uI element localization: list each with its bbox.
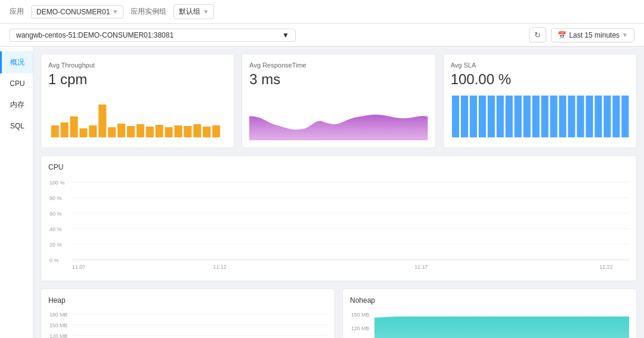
svg-rect-35 bbox=[603, 96, 611, 137]
svg-rect-36 bbox=[612, 96, 620, 137]
app-select-arrow: ▼ bbox=[112, 8, 118, 15]
instance-select[interactable]: wangwb-centos-51:DEMO-CONSUMER01:38081 ▼ bbox=[10, 29, 296, 42]
app-select-value: DEMO-CONUSMER01 bbox=[36, 8, 110, 16]
noheap-chart-title: Noheap bbox=[350, 296, 629, 305]
time-range-arrow: ▼ bbox=[622, 32, 628, 38]
noheap-chart-card: Noheap 150 MB 120 MB 90 MB 60 MB 30 MB 0… bbox=[342, 288, 637, 338]
svg-text:11:22: 11:22 bbox=[599, 264, 612, 270]
throughput-value: 1 cpm bbox=[48, 71, 227, 88]
svg-rect-26 bbox=[523, 96, 530, 137]
svg-rect-9 bbox=[137, 124, 144, 137]
instance-group-select[interactable]: 默认组 ▼ bbox=[174, 4, 214, 19]
response-time-card: Avg ResponseTime 3 ms bbox=[242, 54, 435, 148]
sla-title: Avg SLA bbox=[451, 62, 629, 69]
svg-rect-31 bbox=[568, 96, 575, 137]
instance-group-label: 应用实例组 bbox=[131, 7, 166, 17]
sla-card: Avg SLA 100.00 % bbox=[443, 54, 637, 148]
svg-rect-27 bbox=[532, 96, 539, 137]
svg-rect-5 bbox=[98, 105, 106, 137]
svg-text:80 %: 80 % bbox=[49, 195, 61, 201]
svg-rect-24 bbox=[505, 96, 512, 137]
throughput-chart bbox=[48, 93, 227, 140]
sidebar-item-memory[interactable]: 内存 bbox=[0, 94, 33, 116]
svg-text:20 %: 20 % bbox=[49, 242, 61, 248]
svg-text:120 MB: 120 MB bbox=[351, 325, 369, 331]
svg-rect-21 bbox=[478, 96, 485, 137]
time-range-label: Last 15 minutes bbox=[569, 31, 620, 39]
sidebar-overview-label: 概况 bbox=[10, 58, 24, 66]
instance-select-arrow: ▼ bbox=[282, 31, 289, 39]
svg-rect-23 bbox=[496, 96, 503, 137]
svg-rect-19 bbox=[460, 96, 467, 137]
svg-rect-6 bbox=[108, 127, 116, 137]
content-area: Avg Throughput 1 cpm bbox=[33, 47, 644, 338]
svg-rect-12 bbox=[165, 127, 172, 137]
svg-rect-8 bbox=[127, 126, 135, 137]
svg-rect-14 bbox=[184, 126, 191, 137]
svg-rect-30 bbox=[559, 96, 566, 137]
svg-rect-18 bbox=[452, 96, 459, 137]
svg-text:150 MB: 150 MB bbox=[351, 312, 369, 318]
instance-group-arrow: ▼ bbox=[203, 8, 209, 15]
svg-text:40 %: 40 % bbox=[49, 226, 61, 232]
svg-rect-10 bbox=[146, 127, 154, 137]
svg-rect-33 bbox=[586, 96, 593, 137]
svg-rect-11 bbox=[156, 125, 163, 137]
svg-rect-7 bbox=[117, 124, 125, 137]
calendar-icon: 📅 bbox=[558, 31, 566, 39]
cpu-chart-card: CPU 100 % 80 % 60 % 40 % 20 % 0 % bbox=[41, 155, 637, 281]
svg-text:150 MB: 150 MB bbox=[49, 322, 67, 328]
svg-rect-17 bbox=[212, 125, 220, 137]
instance-url: wangwb-centos-51:DEMO-CONSUMER01:38081 bbox=[16, 31, 174, 39]
sidebar-cpu-label: CPU bbox=[10, 79, 24, 88]
throughput-title: Avg Throughput bbox=[48, 62, 227, 69]
time-range-button[interactable]: 📅 Last 15 minutes ▼ bbox=[551, 28, 634, 42]
svg-text:180 MB: 180 MB bbox=[49, 312, 67, 318]
bottom-charts: Heap 180 MB 150 MB 120 MB 90 MB 60 MB 30… bbox=[41, 288, 637, 338]
svg-rect-29 bbox=[550, 96, 557, 137]
svg-rect-0 bbox=[51, 125, 59, 137]
top-bar: 应用 DEMO-CONUSMER01 ▼ 应用实例组 默认组 ▼ bbox=[0, 0, 644, 24]
svg-rect-13 bbox=[174, 125, 182, 137]
instance-group-value: 默认组 bbox=[179, 7, 200, 17]
sidebar-item-overview[interactable]: 概况 bbox=[0, 51, 33, 73]
sidebar-item-sql[interactable]: SQL bbox=[0, 116, 33, 136]
svg-rect-1 bbox=[61, 122, 69, 137]
svg-rect-28 bbox=[541, 96, 548, 137]
main-layout: 概况 CPU 内存 SQL Avg Throughput 1 cpm bbox=[0, 47, 644, 338]
svg-rect-34 bbox=[595, 96, 602, 137]
sidebar-memory-label: 内存 bbox=[10, 100, 24, 109]
heap-chart-card: Heap 180 MB 150 MB 120 MB 90 MB 60 MB 30… bbox=[41, 288, 335, 338]
cpu-chart-title: CPU bbox=[48, 163, 629, 171]
sidebar-item-cpu[interactable]: CPU bbox=[0, 73, 33, 94]
sidebar-sql-label: SQL bbox=[10, 122, 24, 130]
svg-text:11:12: 11:12 bbox=[213, 264, 226, 270]
metrics-row: Avg Throughput 1 cpm bbox=[41, 54, 637, 148]
svg-rect-3 bbox=[79, 128, 87, 137]
svg-text:0 %: 0 % bbox=[49, 257, 58, 263]
svg-rect-15 bbox=[193, 124, 201, 137]
svg-rect-4 bbox=[89, 125, 97, 137]
svg-text:11:07: 11:07 bbox=[72, 264, 85, 270]
app-label: 应用 bbox=[10, 7, 24, 17]
svg-rect-20 bbox=[469, 96, 476, 137]
sla-value: 100.00 % bbox=[451, 71, 629, 88]
svg-text:60 %: 60 % bbox=[49, 211, 61, 217]
second-bar: wangwb-centos-51:DEMO-CONSUMER01:38081 ▼… bbox=[0, 24, 644, 47]
response-time-value: 3 ms bbox=[249, 71, 428, 88]
refresh-button[interactable]: ↻ bbox=[529, 27, 546, 42]
sidebar: 概况 CPU 内存 SQL bbox=[0, 47, 33, 338]
app-select[interactable]: DEMO-CONUSMER01 ▼ bbox=[31, 5, 123, 19]
svg-rect-37 bbox=[621, 96, 628, 137]
svg-text:120 MB: 120 MB bbox=[49, 333, 67, 338]
heap-chart-title: Heap bbox=[48, 296, 327, 305]
svg-text:11:17: 11:17 bbox=[414, 264, 428, 270]
svg-rect-32 bbox=[577, 96, 584, 137]
svg-rect-25 bbox=[514, 96, 521, 137]
response-time-chart bbox=[249, 93, 428, 140]
svg-rect-16 bbox=[203, 127, 210, 137]
throughput-card: Avg Throughput 1 cpm bbox=[41, 54, 234, 148]
cpu-chart-area: 100 % 80 % 60 % 40 % 20 % 0 % 11:07 11:1… bbox=[48, 176, 629, 274]
response-time-title: Avg ResponseTime bbox=[249, 62, 428, 69]
svg-rect-22 bbox=[487, 96, 494, 137]
